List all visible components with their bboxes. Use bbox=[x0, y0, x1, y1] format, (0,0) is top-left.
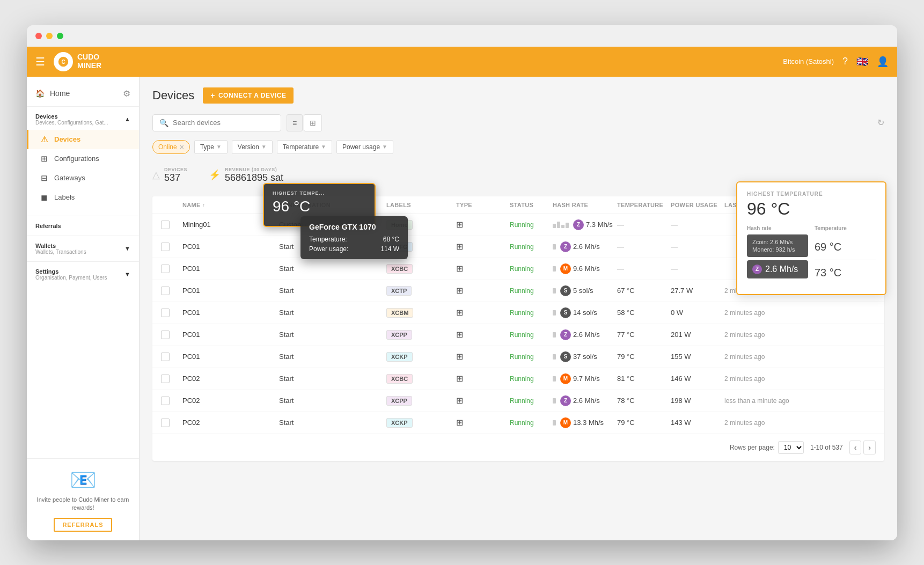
sidebar-item-devices[interactable]: ⚠ Devices bbox=[27, 130, 139, 149]
sidebar-bottom: 📧 Invite people to Cudo Miner to earn re… bbox=[27, 458, 139, 540]
sidebar-divider bbox=[27, 106, 139, 107]
chip-remove-icon[interactable]: × bbox=[180, 143, 184, 151]
refresh-button[interactable]: ↻ bbox=[877, 118, 884, 128]
filter-temp-label: Temperature bbox=[283, 143, 319, 151]
row-power: 201 W bbox=[671, 331, 724, 339]
row-checkbox[interactable] bbox=[161, 265, 182, 273]
search-input[interactable] bbox=[173, 119, 274, 127]
card-overlay: HIGHEST TEMPERATURE 96 °C Hash rate Zcoi… bbox=[736, 181, 886, 295]
table-row[interactable]: PC02 Start XCKP ⊞ Running M 13.3 Mh/s 79… bbox=[152, 412, 884, 434]
card-temp-col: Temperature 69 °C 73 °C bbox=[815, 225, 876, 285]
row-status: Running bbox=[510, 309, 553, 317]
card-hash-box1-sub: Monero: 932 h/s bbox=[752, 246, 803, 253]
row-type: ⊞ bbox=[456, 219, 510, 230]
sidebar-divider-3 bbox=[27, 236, 139, 236]
app-body: ☰ C CUDOMINER Bitcoin (Satoshi) ? 🇬🇧 👤 bbox=[27, 47, 897, 540]
sidebar-group-devices-content: Devices Devices, Configurations, Gat... bbox=[35, 113, 108, 126]
table-row[interactable]: PC01 Start XCPP ⊞ Running Z 2.6 Mh/s 77 … bbox=[152, 324, 884, 346]
filter-type[interactable]: Type ▼ bbox=[194, 140, 228, 154]
row-checkbox[interactable] bbox=[161, 397, 182, 405]
toolbar-right: ↻ bbox=[877, 118, 884, 128]
card-hashrate-label: Hash rate bbox=[747, 225, 808, 231]
th-labels[interactable]: Labels bbox=[386, 202, 456, 208]
row-name: PC01 bbox=[182, 265, 279, 273]
table-row[interactable]: PC02 Start XCBC ⊞ Running M 9.7 Mh/s 81 … bbox=[152, 368, 884, 390]
row-power: 143 W bbox=[671, 419, 724, 427]
sidebar-top-section: 🏠 Home ⚙ Devices Devices, Configurations… bbox=[27, 77, 139, 214]
th-status[interactable]: Status bbox=[510, 202, 553, 208]
filter-power[interactable]: Power usage ▼ bbox=[336, 140, 393, 154]
close-button[interactable] bbox=[35, 33, 42, 39]
row-checkbox[interactable] bbox=[161, 353, 182, 361]
minimize-button[interactable] bbox=[46, 33, 53, 39]
row-status: Running bbox=[510, 419, 553, 427]
row-checkbox[interactable] bbox=[161, 287, 182, 295]
row-power: — bbox=[671, 221, 724, 229]
help-icon[interactable]: ? bbox=[842, 56, 848, 67]
th-type[interactable]: Type bbox=[456, 202, 510, 208]
row-temp: — bbox=[617, 243, 671, 251]
windows-icon: ⊞ bbox=[456, 220, 463, 229]
table-row[interactable]: PC01 Start XCKP ⊞ Running S 37 sol/s 79 … bbox=[152, 346, 884, 368]
filter-version[interactable]: Version ▼ bbox=[232, 140, 273, 154]
stat-devices-label: DEVICES bbox=[164, 167, 187, 172]
windows-icon: ⊞ bbox=[456, 418, 463, 427]
row-name: PC01 bbox=[182, 309, 279, 317]
sidebar-group-referrals[interactable]: Referrals bbox=[27, 218, 139, 233]
card-hash-box1-text: Zcoin: 2.6 Mh/s bbox=[752, 239, 803, 245]
row-status: Running bbox=[510, 331, 553, 339]
list-view-button[interactable]: ≡ bbox=[287, 114, 303, 131]
row-checkbox[interactable] bbox=[161, 221, 182, 229]
row-checkbox[interactable] bbox=[161, 331, 182, 339]
page-title: Devices bbox=[152, 89, 194, 102]
sidebar-item-labels[interactable]: ◼ Labels bbox=[27, 188, 139, 207]
table-row[interactable]: PC01 Start XCBM ⊞ Running S 14 sol/s 58 … bbox=[152, 302, 884, 324]
coin-icon: S bbox=[560, 285, 571, 296]
sidebar-group-devices[interactable]: Devices Devices, Configurations, Gat... … bbox=[27, 109, 139, 130]
hamburger-icon[interactable]: ☰ bbox=[35, 55, 45, 68]
windows-icon: ⊞ bbox=[456, 396, 463, 405]
sidebar-wallets-title: Wallets bbox=[35, 243, 86, 249]
coin-icon: M bbox=[560, 263, 571, 274]
th-temp[interactable]: Temperature bbox=[617, 202, 671, 208]
grid-view-button[interactable]: ⊞ bbox=[304, 114, 322, 131]
row-hashrate: M 9.7 Mh/s bbox=[553, 373, 617, 384]
sidebar-group-settings[interactable]: Settings Organisation, Payment, Users ▼ bbox=[27, 264, 139, 285]
settings-icon[interactable]: ⚙ bbox=[123, 89, 130, 99]
sidebar-group-wallets[interactable]: Wallets Wallets, Transactions ▼ bbox=[27, 238, 139, 259]
account-icon[interactable]: 👤 bbox=[877, 56, 889, 68]
sidebar-home-label: Home bbox=[50, 89, 70, 98]
flag-icon[interactable]: 🇬🇧 bbox=[856, 56, 868, 68]
logo-icon: C bbox=[57, 56, 69, 68]
filter-temperature[interactable]: Temperature ▼ bbox=[277, 140, 332, 154]
next-page-button[interactable]: › bbox=[863, 441, 876, 454]
row-hashrate: S 5 sol/s bbox=[553, 285, 617, 296]
referral-button[interactable]: REFERRALS bbox=[54, 518, 112, 532]
row-power: 146 W bbox=[671, 375, 724, 383]
row-checkbox[interactable] bbox=[161, 375, 182, 383]
sidebar-item-configurations[interactable]: ⊞ Configurations bbox=[27, 149, 139, 168]
rows-per-page-label: Rows per page: bbox=[730, 444, 775, 451]
filter-chip-online[interactable]: Online × bbox=[152, 140, 190, 154]
table-row[interactable]: PC02 Start XCPP ⊞ Running Z 2.6 Mh/s 78 … bbox=[152, 390, 884, 412]
sidebar-item-home[interactable]: 🏠 Home ⚙ bbox=[27, 83, 139, 104]
row-checkbox[interactable] bbox=[161, 419, 182, 427]
maximize-button[interactable] bbox=[57, 33, 63, 39]
sidebar-item-labels-label: Labels bbox=[54, 193, 75, 201]
connect-device-button[interactable]: + CONNECT A DEVICE bbox=[203, 87, 294, 104]
topnav: ☰ C CUDOMINER Bitcoin (Satoshi) ? 🇬🇧 👤 bbox=[27, 47, 897, 77]
row-checkbox[interactable] bbox=[161, 243, 182, 251]
sidebar-wallets-content: Wallets Wallets, Transactions bbox=[35, 243, 86, 255]
topnav-right: Bitcoin (Satoshi) ? 🇬🇧 👤 bbox=[783, 56, 889, 68]
th-hashrate[interactable]: Hash rate bbox=[553, 202, 617, 208]
toolbar: 🔍 ≡ ⊞ ↻ bbox=[152, 114, 884, 131]
home-icon: 🏠 bbox=[35, 89, 45, 98]
th-power[interactable]: Power usage bbox=[671, 202, 724, 208]
coin-icon: M bbox=[560, 417, 571, 428]
sidebar-item-gateways[interactable]: ⊟ Gateways bbox=[27, 168, 139, 188]
card-temp1: 69 °C bbox=[815, 234, 876, 260]
row-checkbox[interactable] bbox=[161, 309, 182, 317]
prev-page-button[interactable]: ‹ bbox=[849, 441, 862, 454]
rows-per-page-select[interactable]: 10 25 50 bbox=[778, 441, 804, 454]
row-lastseen: 2 minutes ago bbox=[724, 309, 821, 317]
